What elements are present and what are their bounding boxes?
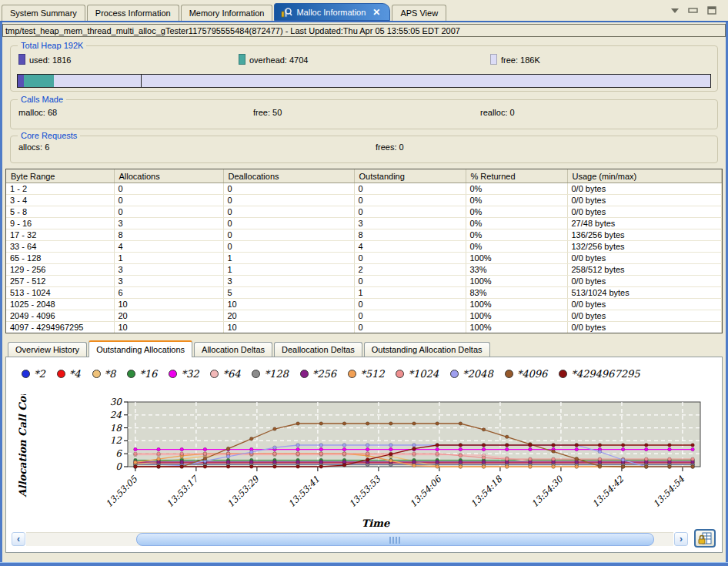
table-cell: 33% [466,264,567,276]
legend-label: *512 [360,368,384,380]
svg-text:Allocation Call Counts: Allocation Call Counts [17,394,28,497]
legend-item-x16: *16 [127,368,157,380]
table-cell: 10 [114,322,223,333]
table-cell: 0 [354,183,466,195]
tab-outstanding-allocations[interactable]: Outstanding Allocations [88,340,192,357]
svg-text:13:54:30: 13:54:30 [529,473,566,510]
svg-text:13:54:54: 13:54:54 [651,474,687,510]
lock-table-icon [698,532,712,544]
table-row[interactable]: 3 - 40000%0/0 bytes [6,195,722,206]
column-header-outstanding[interactable]: Outstanding [354,169,466,183]
free-count: free: 50 [253,108,282,117]
core-requests-title: Core Requests [18,130,80,141]
window-controls [670,6,728,21]
tab-overview-history[interactable]: Overview History [8,342,87,357]
table-cell: 1 - 2 [6,183,114,195]
svg-text:13:54:18: 13:54:18 [469,473,506,510]
minimize-icon[interactable] [688,6,699,15]
tab-allocation-deltas[interactable]: Allocation Deltas [194,342,272,357]
view-menu-icon[interactable] [670,6,680,15]
table-cell: 20 [114,310,223,322]
table-cell: 4097 - 4294967295 [6,322,114,333]
maximize-icon[interactable] [706,6,717,15]
tab-malloc-information[interactable]: Malloc Information✕ [274,3,390,21]
table-cell: 83% [466,287,567,299]
legend-item-x2048: *2048 [450,368,493,380]
heap-usage-bar [17,74,711,88]
tab-system-summary[interactable]: System Summary [2,5,85,21]
legend-label: *4294967295 [571,368,640,380]
table-cell: 100% [466,299,567,310]
lock-table-button[interactable] [694,529,716,548]
table-row[interactable]: 1 - 20000%0/0 bytes [6,183,722,195]
table-row[interactable]: 33 - 644040%132/256 bytes [6,241,722,253]
legend-dot [559,370,567,378]
table-cell: 0/0 bytes [567,299,722,310]
frees-count: frees: 0 [376,142,404,152]
table-row[interactable]: 129 - 25631233%258/512 bytes [6,264,722,276]
column-header-deallocations[interactable]: Deallocations [223,169,354,183]
table-row[interactable]: 65 - 128110100%0/0 bytes [6,253,722,264]
table-cell: 0% [466,183,567,195]
column-header-byte-range[interactable]: Byte Range [6,169,114,183]
table-row[interactable]: 17 - 328080%136/256 bytes [6,229,722,241]
tab-label: Malloc Information [296,5,366,20]
table-cell: 0 [354,206,466,218]
legend-item-x8: *8 [92,368,116,380]
table-row[interactable]: 9 - 163030%27/48 bytes [6,218,722,229]
table-cell: 1 [223,253,354,264]
table-cell: 0 [223,218,354,229]
table-row[interactable]: 257 - 512330100%0/0 bytes [6,276,722,287]
close-tab-icon[interactable]: ✕ [372,5,380,20]
legend-item-x64: *64 [210,368,240,380]
table-cell: 9 - 16 [6,218,114,229]
legend-dot [348,370,356,378]
legend-label: *16 [139,368,157,380]
table-cell: 0 [354,276,466,287]
legend-dot [396,370,404,378]
tab-memory-information[interactable]: Memory Information [181,5,273,21]
byte-range-table: Byte RangeAllocationsDeallocationsOutsta… [5,169,723,333]
table-cell: 5 - 8 [6,206,114,218]
legend-item-x4: *4 [57,368,81,380]
tab-deallocation-deltas[interactable]: Deallocation Deltas [274,342,362,357]
tab-outstanding-allocation-deltas[interactable]: Outstanding Allocation Deltas [364,342,490,357]
legend-item-x1024: *1024 [396,368,439,380]
table-row[interactable]: 1025 - 204810100100%0/0 bytes [6,299,722,310]
total-heap-title: Total Heap 192K [18,40,86,51]
table-cell: 0 [354,322,466,333]
table-cell: 0% [466,229,567,241]
column-header-allocations[interactable]: Allocations [114,169,223,183]
table-cell: 3 [114,264,223,276]
table-cell: 136/256 bytes [567,229,722,241]
legend-item-x4294967295: *4294967295 [559,368,640,380]
tab-process-information[interactable]: Process Information [87,5,179,21]
svg-text:30: 30 [110,397,123,407]
legend-dot [92,370,101,378]
scroll-right-button[interactable]: › [674,532,688,546]
legend-label: *1024 [408,368,439,380]
table-row[interactable]: 2049 - 409620200100%0/0 bytes [6,310,722,322]
scrollbar-thumb[interactable] [136,533,654,546]
scroll-left-button[interactable]: ‹ [12,532,25,546]
view-tab-bar: System SummaryProcess InformationMemory … [0,0,728,22]
table-cell: 1 [114,253,223,264]
svg-text:13:53:17: 13:53:17 [165,473,202,510]
legend-dot [22,370,30,378]
table-cell: 100% [466,253,567,264]
table-row[interactable]: 5 - 80000%0/0 bytes [6,206,722,218]
heap-used-segment [18,75,24,87]
table-cell: 0 [354,253,466,264]
column-header--returned[interactable]: % Returned [466,169,567,183]
table-cell: 10 [223,322,354,333]
table-row[interactable]: 513 - 102465183%513/1024 bytes [6,287,722,299]
scrollbar-track[interactable] [26,532,673,546]
column-header-usage-min-max-[interactable]: Usage (min/max) [567,169,722,183]
legend-label: *64 [222,368,240,380]
heap-free-segment [54,75,710,87]
legend-item-x512: *512 [348,368,384,380]
table-row[interactable]: 4097 - 429496729510100100%0/0 bytes [6,322,722,333]
calls-made-group: Calls Made malloc: 68 free: 50 realloc: … [10,99,718,129]
tab-aps-view[interactable]: APS View [392,5,446,21]
calls-made-title: Calls Made [18,94,66,105]
